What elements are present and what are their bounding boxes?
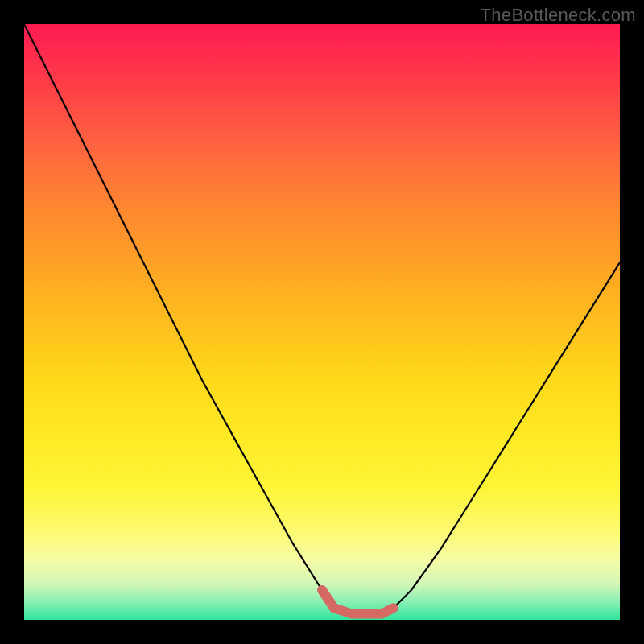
bottleneck-curve <box>24 24 620 614</box>
curve-layer <box>24 24 620 620</box>
bottleneck-highlight <box>322 590 394 614</box>
plot-area <box>24 24 620 620</box>
chart-frame: TheBottleneck.com <box>0 0 644 644</box>
watermark-text: TheBottleneck.com <box>481 5 636 26</box>
